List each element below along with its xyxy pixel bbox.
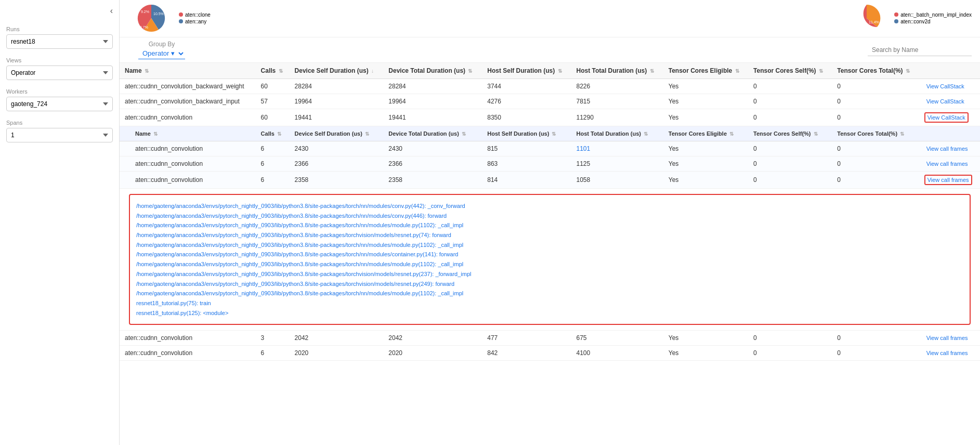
sub-cell-device-self: 2366 (290, 156, 384, 172)
cell-tensor-eligible: Yes (663, 79, 748, 94)
view-callstack-button[interactable]: View CallStack (924, 82, 966, 90)
sub-col-host-self[interactable]: Host Self Duration (us) ⇅ (482, 126, 571, 141)
cell-device-self: 2020 (290, 346, 384, 361)
call-frame-link[interactable]: resnet18_tutorial.py(125): <module> (136, 308, 963, 318)
sub-cell-host-self: 815 (482, 141, 571, 156)
cell-tensor-self: 0 (748, 331, 832, 346)
cell-tensor-self: 0 (748, 94, 832, 109)
view-call-frames-button[interactable]: View call frames (924, 334, 970, 342)
table-container: Name ⇅ Calls ⇅ Device Self Duration (us)… (120, 63, 980, 445)
view-call-frames-button[interactable]: View call frames (924, 349, 970, 357)
cell-action[interactable]: View CallStack (919, 109, 980, 126)
col-host-self[interactable]: Host Self Duration (us) ⇅ (482, 63, 571, 79)
sub-cell-host-self: 863 (482, 156, 571, 172)
cell-device-self: 19441 (290, 109, 384, 126)
workers-select[interactable]: gaoteng_724 (6, 97, 113, 111)
sub-cell-calls: 6 (256, 141, 290, 156)
call-frame-link[interactable]: /home/gaoteng/anaconda3/envs/pytorch_nig… (136, 250, 963, 259)
sub-col-tensor-self[interactable]: Tensor Cores Self(%) ⇅ (748, 126, 832, 141)
sub-cell-name: aten::cudnn_convolution (120, 141, 256, 156)
cell-calls: 57 (256, 94, 290, 109)
cell-tensor-eligible: Yes (663, 346, 748, 361)
call-frame-link[interactable]: /home/gaoteng/anaconda3/envs/pytorch_nig… (136, 211, 963, 221)
sub-cell-action[interactable]: View call frames (919, 172, 980, 189)
cell-action[interactable]: View call frames (919, 331, 980, 346)
col-tensor-self[interactable]: Tensor Cores Self(%) ⇅ (748, 63, 832, 79)
cell-action[interactable]: View CallStack (919, 94, 980, 109)
pie-legend-item: aten::_batch_norm_impl_index (894, 12, 972, 18)
col-device-total[interactable]: Device Total Duration (us) ⇅ (383, 63, 482, 79)
search-container (868, 44, 972, 56)
pie-legend-2: aten::_batch_norm_impl_index aten::conv2… (894, 12, 972, 25)
call-frames-cell: /home/gaoteng/anaconda3/envs/pytorch_nig… (120, 189, 980, 331)
col-calls[interactable]: Calls ⇅ (256, 63, 290, 79)
call-frame-link[interactable]: /home/gaoteng/anaconda3/envs/pytorch_nig… (136, 230, 963, 240)
sub-col-host-total[interactable]: Host Total Duration (us) ⇅ (571, 126, 663, 141)
sub-cell-calls: 6 (256, 156, 290, 172)
call-frame-link[interactable]: /home/gaoteng/anaconda3/envs/pytorch_nig… (136, 269, 963, 279)
cell-tensor-total: 0 (832, 331, 919, 346)
sub-cell-host-total: 1125 (571, 156, 663, 172)
view-callstack-button[interactable]: View CallStack (924, 97, 966, 106)
sub-cell-name: aten::cudnn_convolution (120, 156, 256, 172)
col-name[interactable]: Name ⇅ (120, 63, 256, 79)
chart-area: 9.2% 9.7% 10.5% aten::clone aten::any (120, 0, 980, 37)
cell-device-self: 19964 (290, 94, 384, 109)
group-by-container: Group By Operator ▾ (128, 41, 195, 59)
search-input[interactable] (868, 44, 972, 56)
col-host-total[interactable]: Host Total Duration (us) ⇅ (571, 63, 663, 79)
sidebar-collapse-button[interactable]: ‹ (110, 6, 113, 16)
pie-dot (179, 19, 183, 23)
sub-cell-device-total: 2430 (383, 141, 482, 156)
sub-col-calls[interactable]: Calls ⇅ (256, 126, 290, 141)
group-by-select[interactable]: Operator ▾ (138, 48, 185, 59)
cell-device-self: 2042 (290, 331, 384, 346)
call-frame-link[interactable]: resnet18_tutorial.py(75): train (136, 298, 963, 308)
cell-host-total: 8226 (571, 79, 663, 94)
view-callstack-button-highlighted[interactable]: View CallStack (924, 112, 969, 123)
call-frame-link[interactable]: /home/gaoteng/anaconda3/envs/pytorch_nig… (136, 279, 963, 289)
cell-tensor-eligible: Yes (663, 331, 748, 346)
call-frame-link[interactable]: /home/gaoteng/anaconda3/envs/pytorch_nig… (136, 201, 963, 211)
call-frame-link[interactable]: /home/gaoteng/anaconda3/envs/pytorch_nig… (136, 220, 963, 230)
col-tensor-total[interactable]: Tensor Cores Total(%) ⇅ (832, 63, 919, 79)
view-call-frames-button-highlighted[interactable]: View call frames (924, 175, 972, 185)
cell-host-self: 477 (482, 331, 571, 346)
sub-cell-calls: 6 (256, 172, 290, 189)
sub-col-tensor-eligible[interactable]: Tensor Cores Eligible ⇅ (663, 126, 748, 141)
sub-col-device-self[interactable]: Device Self Duration (us) ⇅ (290, 126, 384, 141)
view-call-frames-button[interactable]: View call frames (924, 160, 970, 168)
sub-cell-action[interactable]: View call frames (919, 141, 980, 156)
host-total-link[interactable]: 1101 (576, 145, 590, 152)
cell-tensor-total: 0 (832, 94, 919, 109)
sub-table-row: aten::cudnn_convolution 6 2430 2430 815 … (120, 141, 980, 156)
main-content: 9.2% 9.7% 10.5% aten::clone aten::any (120, 0, 980, 445)
sub-col-device-total[interactable]: Device Total Duration (us) ⇅ (383, 126, 482, 141)
sub-cell-tensor-eligible: Yes (663, 141, 748, 156)
view-call-frames-button[interactable]: View call frames (924, 145, 970, 153)
cell-tensor-eligible: Yes (663, 94, 748, 109)
views-select[interactable]: Operator (6, 66, 113, 80)
cell-host-self: 4276 (482, 94, 571, 109)
call-frame-link[interactable]: /home/gaoteng/anaconda3/envs/pytorch_nig… (136, 259, 963, 269)
group-by-label: Group By (149, 41, 175, 48)
sub-cell-device-total: 2366 (383, 156, 482, 172)
pie-svg-1: 9.2% 9.7% 10.5% (128, 4, 175, 33)
runs-select[interactable]: resnet18 (6, 34, 113, 49)
cell-action[interactable]: View CallStack (919, 79, 980, 94)
svg-text:9.7%: 9.7% (140, 25, 148, 29)
spans-select[interactable]: 1 (6, 128, 113, 142)
col-device-self[interactable]: Device Self Duration (us) ↓ (290, 63, 384, 79)
sub-cell-action[interactable]: View call frames (919, 156, 980, 172)
col-tensor-eligible[interactable]: Tensor Cores Eligible ⇅ (663, 63, 748, 79)
sub-cell-tensor-self: 0 (748, 172, 832, 189)
sub-cell-tensor-eligible: Yes (663, 172, 748, 189)
call-frame-link[interactable]: /home/gaoteng/anaconda3/envs/pytorch_nig… (136, 240, 963, 250)
cell-device-self: 28284 (290, 79, 384, 94)
cell-action[interactable]: View call frames (919, 346, 980, 361)
sub-col-name[interactable]: Name ⇅ (120, 126, 256, 141)
sub-col-tensor-total[interactable]: Tensor Cores Total(%) ⇅ (832, 126, 919, 141)
cell-host-self: 8350 (482, 109, 571, 126)
call-frame-link[interactable]: /home/gaoteng/anaconda3/envs/pytorch_nig… (136, 289, 963, 298)
pie-legend-item: aten::any (179, 19, 211, 24)
